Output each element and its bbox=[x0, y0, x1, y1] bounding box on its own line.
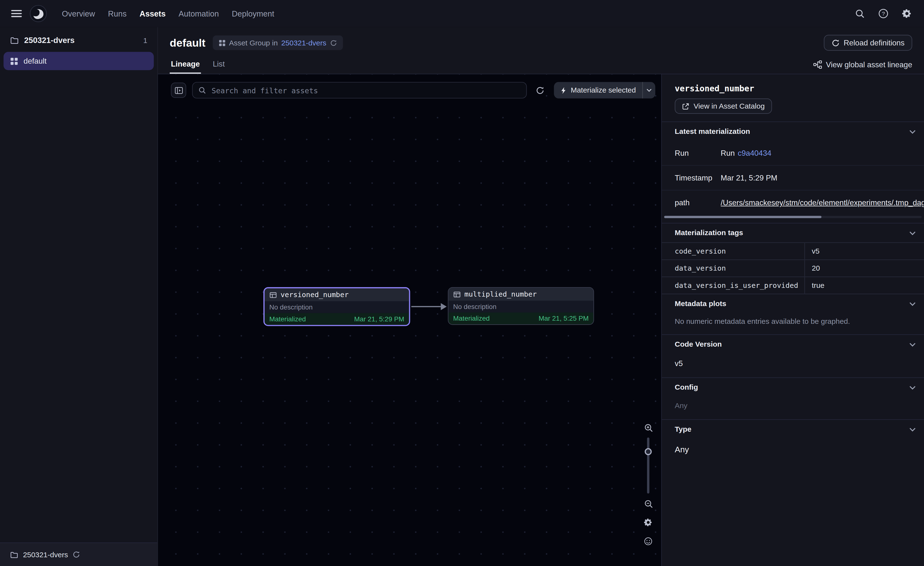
asset-details-panel: versioned_number View in Asset Catalog L… bbox=[661, 74, 924, 566]
table-icon bbox=[453, 290, 461, 298]
nav-item-automation[interactable]: Automation bbox=[172, 5, 225, 22]
canvas-controls bbox=[640, 421, 657, 548]
asset-groups-sidebar: 250321-dvers 1 default 250321-dvers bbox=[0, 27, 158, 566]
materialize-dropdown-caret[interactable] bbox=[642, 82, 655, 98]
path-link[interactable]: /Users/smackesey/stm/code/elementl/exper… bbox=[721, 198, 924, 207]
tag-value: 20 bbox=[804, 260, 924, 277]
type-value: Any bbox=[662, 439, 924, 464]
zoom-out-icon[interactable] bbox=[642, 497, 654, 510]
run-value-prefix: Run bbox=[721, 149, 735, 157]
chevron-down-icon[interactable] bbox=[908, 341, 917, 348]
view-global-asset-lineage-link[interactable]: View global asset lineage bbox=[813, 60, 912, 69]
reload-definitions-button[interactable]: Reload definitions bbox=[824, 35, 912, 51]
view-in-asset-catalog-label: View in Asset Catalog bbox=[694, 102, 765, 110]
asset-node-multiplied-number[interactable]: multiplied_number No description Materia… bbox=[448, 287, 594, 325]
section-title: Config bbox=[675, 383, 698, 391]
run-id-link[interactable]: c9a40434 bbox=[738, 149, 771, 157]
asset-node-name: multiplied_number bbox=[464, 290, 537, 298]
chevron-down-icon[interactable] bbox=[908, 426, 917, 433]
tag-row: data_version_is_user_provided true bbox=[662, 277, 924, 294]
tag-value: true bbox=[804, 277, 924, 294]
materialize-selected-button[interactable]: Materialize selected bbox=[554, 82, 656, 98]
bolt-icon bbox=[560, 86, 567, 94]
top-nav: Overview Runs Assets Automation Deployme… bbox=[0, 0, 924, 27]
materialize-selected-label: Materialize selected bbox=[571, 86, 636, 94]
asset-node-name: versioned_number bbox=[280, 291, 349, 299]
page-header: default Asset Group in 250321-dvers Relo… bbox=[158, 27, 924, 54]
view-global-asset-lineage-label: View global asset lineage bbox=[826, 60, 912, 69]
section-materialization-tags[interactable]: Materialization tags bbox=[662, 223, 924, 242]
code-version-value: v5 bbox=[662, 354, 924, 377]
asset-node-description: No description bbox=[265, 301, 409, 313]
section-latest-materialization[interactable]: Latest materialization bbox=[662, 122, 924, 141]
main-area: default Asset Group in 250321-dvers Relo… bbox=[158, 27, 924, 566]
nav-item-assets[interactable]: Assets bbox=[133, 5, 172, 22]
folder-icon bbox=[10, 36, 19, 45]
search-icon bbox=[198, 86, 206, 94]
asset-node-status-row: Materialized Mar 21, 5:25 PM bbox=[448, 312, 593, 324]
dagster-logo bbox=[29, 5, 47, 23]
horizontal-scrollbar[interactable] bbox=[664, 216, 922, 218]
badge-group-link[interactable]: 250321-dvers bbox=[281, 39, 327, 47]
refresh-graph-button[interactable] bbox=[532, 83, 548, 98]
horizontal-scrollbar-thumb[interactable] bbox=[664, 216, 821, 218]
table-icon bbox=[269, 291, 277, 299]
section-code-version[interactable]: Code Version bbox=[662, 334, 924, 354]
chevron-down-icon[interactable] bbox=[908, 128, 917, 135]
section-title: Code Version bbox=[675, 340, 722, 349]
row-label: Timestamp bbox=[675, 173, 720, 182]
sidebar-item-default[interactable]: default bbox=[4, 52, 154, 70]
asset-node-versioned-number[interactable]: versioned_number No description Material… bbox=[263, 287, 410, 326]
asset-node-status-row: Materialized Mar 21, 5:29 PM bbox=[265, 313, 409, 325]
chevron-down-icon[interactable] bbox=[908, 230, 917, 236]
timestamp-value: Mar 21, 5:29 PM bbox=[721, 173, 924, 182]
search-icon[interactable] bbox=[851, 5, 868, 23]
folder-icon bbox=[10, 551, 18, 559]
tag-key: data_version_is_user_provided bbox=[662, 277, 804, 294]
sidebar-footer-location[interactable]: 250321-dvers bbox=[0, 542, 158, 566]
chevron-down-icon[interactable] bbox=[908, 301, 917, 307]
reload-icon bbox=[831, 39, 840, 47]
sidebar-group-row[interactable]: 250321-dvers 1 bbox=[0, 27, 158, 52]
reload-definitions-label: Reload definitions bbox=[844, 38, 904, 47]
nav-item-deployment[interactable]: Deployment bbox=[225, 5, 280, 22]
toggle-sidebar-panel-button[interactable] bbox=[171, 83, 186, 98]
sidebar-footer-label: 250321-dvers bbox=[23, 551, 68, 559]
section-type[interactable]: Type bbox=[662, 419, 924, 439]
feedback-smiley-icon[interactable] bbox=[642, 535, 654, 548]
section-metadata-plots[interactable]: Metadata plots bbox=[662, 294, 924, 313]
settings-gear-icon[interactable] bbox=[898, 5, 916, 23]
section-config[interactable]: Config bbox=[662, 377, 924, 397]
badge-prefix: Asset Group in bbox=[229, 39, 278, 47]
view-in-asset-catalog-button[interactable]: View in Asset Catalog bbox=[675, 98, 772, 114]
chevron-down-icon[interactable] bbox=[908, 384, 917, 391]
zoom-in-icon[interactable] bbox=[642, 421, 654, 434]
nav-item-runs[interactable]: Runs bbox=[102, 5, 133, 22]
refresh-icon[interactable] bbox=[330, 39, 337, 46]
primary-nav: Overview Runs Assets Automation Deployme… bbox=[56, 5, 280, 22]
asset-group-icon bbox=[219, 39, 225, 46]
tab-lineage[interactable]: Lineage bbox=[170, 55, 201, 74]
external-link-icon bbox=[682, 102, 690, 110]
materialization-tags-table: code_version v5 data_version 20 data_ver… bbox=[662, 242, 924, 294]
section-title: Materialization tags bbox=[675, 229, 743, 237]
help-icon[interactable]: ? bbox=[874, 5, 892, 23]
section-title: Type bbox=[675, 425, 692, 434]
nav-item-overview[interactable]: Overview bbox=[56, 5, 102, 22]
hamburger-menu-icon[interactable] bbox=[8, 5, 25, 22]
refresh-icon[interactable] bbox=[73, 551, 81, 558]
materialize-selected-main[interactable]: Materialize selected bbox=[554, 86, 642, 94]
metadata-plots-empty-text: No numeric metadata entries available to… bbox=[662, 313, 924, 334]
lineage-canvas[interactable]: Materialize selected bbox=[158, 74, 662, 566]
graph-settings-gear-icon[interactable] bbox=[642, 516, 654, 529]
search-input[interactable] bbox=[192, 82, 526, 98]
tab-list[interactable]: List bbox=[212, 55, 226, 74]
content-split: Materialize selected bbox=[158, 74, 924, 566]
config-value: Any bbox=[662, 397, 924, 419]
row-label: path bbox=[675, 198, 720, 207]
zoom-slider-handle[interactable] bbox=[645, 448, 652, 455]
zoom-slider[interactable] bbox=[647, 438, 650, 494]
sidebar-item-label: default bbox=[24, 57, 46, 65]
panel-asset-title: versioned_number bbox=[662, 74, 924, 93]
tag-key: data_version bbox=[662, 260, 804, 277]
